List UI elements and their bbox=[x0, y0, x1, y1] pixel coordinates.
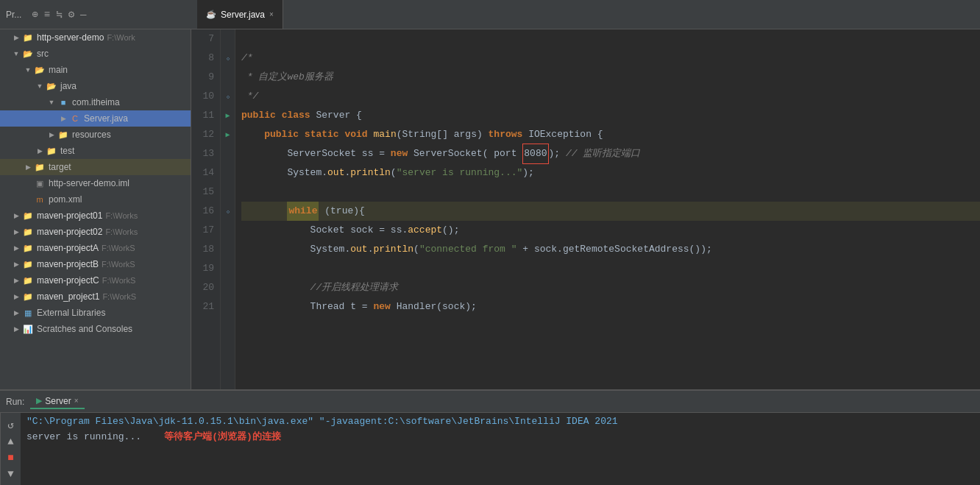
normal-token: Thread t = bbox=[241, 297, 373, 316]
sidebar-item-server-java[interactable]: ▶ C Server.java bbox=[0, 110, 191, 127]
run-label: Run: bbox=[6, 397, 24, 407]
settings-icon[interactable]: ⚙ bbox=[68, 8, 74, 21]
sidebar-item-maven-project01[interactable]: ▶ 📁 maven-project01 F:\Works bbox=[0, 208, 191, 224]
keyword-token: void bbox=[344, 125, 367, 144]
string-token: "connected from " bbox=[419, 240, 517, 259]
gutter-14 bbox=[221, 163, 235, 183]
normal-token: (true){ bbox=[319, 202, 364, 221]
sidebar-item-maven-project02[interactable]: ▶ 📁 maven-project02 F:\Works bbox=[0, 224, 191, 240]
sidebar-item-iml[interactable]: ▣ http-server-demo.iml bbox=[0, 175, 191, 191]
folder-icon: 📂 bbox=[46, 80, 57, 92]
arrow-icon: ▶ bbox=[12, 244, 21, 252]
run-arrow-icon[interactable]: ▶ bbox=[225, 111, 230, 120]
sidebar-item-maven-projectC[interactable]: ▶ 📁 maven-projectC F:\WorkS bbox=[0, 272, 191, 288]
tree-label: maven-projectB bbox=[37, 259, 99, 269]
minimize-icon[interactable]: — bbox=[80, 9, 86, 21]
run-bottom: ↺ ▲ ■ ▼ "C:\Program Files\Java\jdk-11.0.… bbox=[0, 413, 980, 485]
code-content[interactable]: /* * 自定义web服务器 */ public class Server { bbox=[235, 29, 980, 389]
normal-token: . bbox=[368, 240, 374, 259]
normal-token: Socket sock = ss. bbox=[241, 221, 408, 240]
nav-icon-1[interactable]: ⊕ bbox=[32, 8, 38, 21]
arrow-icon: ▶ bbox=[12, 308, 21, 317]
normal-token bbox=[241, 202, 287, 221]
tree-path: F:\WorkS bbox=[102, 292, 136, 301]
editor-tab-bar: ☕ Server.java × bbox=[197, 0, 974, 29]
arrow-icon bbox=[24, 179, 32, 188]
iml-icon: ▣ bbox=[34, 177, 46, 189]
sidebar-item-src[interactable]: ▼ 📂 src bbox=[0, 46, 191, 62]
sidebar-item-test[interactable]: ▶ 📁 test bbox=[0, 143, 191, 159]
normal-token: ServerSocket ss = bbox=[241, 144, 391, 163]
sidebar-item-external-libraries[interactable]: ▶ ▦ External Libraries bbox=[0, 305, 191, 321]
sidebar-item-maven-project1[interactable]: ▶ 📁 maven_project1 F:\WorkS bbox=[0, 288, 191, 305]
run-panel: Run: ▶ Server × ↺ ▲ ■ ▼ "C:\Program File… bbox=[0, 389, 980, 485]
comment-token: */ bbox=[241, 87, 258, 106]
sidebar-item-scratches[interactable]: ▶ 📊 Scratches and Consoles bbox=[0, 321, 191, 337]
sidebar-item-maven-projectA[interactable]: ▶ 📁 maven-projectA F:\WorkS bbox=[0, 240, 191, 256]
scroll-down-button[interactable]: ▼ bbox=[4, 468, 18, 480]
normal-token: (); bbox=[442, 221, 459, 240]
sidebar-item-java[interactable]: ▼ 📂 java bbox=[0, 78, 191, 94]
normal-token: ( bbox=[391, 163, 397, 183]
code-line-15 bbox=[241, 183, 980, 202]
sidebar-item-resources[interactable]: ▶ 📁 resources bbox=[0, 127, 191, 143]
stop-button[interactable]: ■ bbox=[4, 452, 18, 464]
arrow-icon bbox=[24, 195, 32, 204]
title-bar: Pr... ⊕ ≡ ≒ ⚙ — ☕ Server.java × bbox=[0, 0, 980, 29]
gutter-9 bbox=[221, 68, 235, 87]
keyword-token: throws bbox=[489, 125, 523, 144]
code-line-10: */ bbox=[241, 87, 980, 106]
sidebar-item-target[interactable]: ▶ 📁 target bbox=[0, 159, 191, 175]
normal-token: IOException { bbox=[522, 125, 603, 144]
line-numbers: 7 8 9 10 11 12 13 14 15 16 17 18 19 20 2… bbox=[191, 29, 221, 389]
sidebar-item-maven-projectB[interactable]: ▶ 📁 maven-projectB F:\WorkS bbox=[0, 256, 191, 272]
tree-label: maven_project1 bbox=[37, 291, 99, 302]
scroll-up-button[interactable]: ▲ bbox=[4, 436, 18, 447]
folder-icon: 📁 bbox=[22, 291, 34, 302]
code-line-11: public class Server { bbox=[241, 106, 980, 125]
folder-icon: 📂 bbox=[22, 48, 34, 60]
folder-icon: 📁 bbox=[57, 129, 69, 141]
method-token: println bbox=[373, 240, 413, 259]
line-num-19: 19 bbox=[197, 259, 214, 278]
line-num-10: 10 bbox=[197, 87, 214, 106]
line-num-15: 15 bbox=[197, 183, 214, 202]
code-line-20: //开启线程处理请求 bbox=[241, 278, 980, 297]
gutter-13 bbox=[221, 144, 235, 163]
method-token: main bbox=[374, 125, 397, 144]
library-icon: ▦ bbox=[22, 307, 34, 319]
normal-token: System. bbox=[241, 163, 327, 183]
rerun-button[interactable]: ↺ bbox=[4, 419, 18, 431]
tab-server-java[interactable]: ☕ Server.java × bbox=[197, 0, 283, 29]
tree-label: Server.java bbox=[84, 113, 128, 124]
bookmark-icon: ⬦ bbox=[226, 93, 230, 101]
tree-label: pom.xml bbox=[49, 194, 82, 205]
code-line-12: public static void main (String[] args) … bbox=[241, 125, 980, 144]
normal-token: Handler(sock); bbox=[391, 297, 477, 316]
string-token: "server is running..." bbox=[397, 163, 523, 183]
code-container[interactable]: 7 8 9 10 11 12 13 14 15 16 17 18 19 20 2… bbox=[191, 29, 980, 389]
tree-label: maven-projectA bbox=[37, 243, 99, 253]
tab-close-button[interactable]: × bbox=[269, 10, 274, 18]
sidebar-item-main[interactable]: ▼ 📂 main bbox=[0, 62, 191, 78]
project-tree: ▶ 📁 http-server-demo F:\Work ▼ 📂 src ▼ 📂… bbox=[0, 29, 191, 389]
nav-icon-3[interactable]: ≒ bbox=[56, 8, 62, 21]
run-tab-server[interactable]: ▶ Server × bbox=[30, 394, 84, 409]
sidebar-item-http-server-demo[interactable]: ▶ 📁 http-server-demo F:\Work bbox=[0, 29, 191, 46]
gutter-21 bbox=[221, 297, 235, 316]
folder-icon: 📁 bbox=[22, 226, 34, 238]
line-num-18: 18 bbox=[197, 240, 214, 259]
tree-label: maven-project01 bbox=[37, 210, 102, 221]
run-tab-close-button[interactable]: × bbox=[74, 397, 79, 405]
sidebar-item-pom[interactable]: m pom.xml bbox=[0, 191, 191, 208]
arrow-icon: ▶ bbox=[12, 33, 21, 42]
project-title: Pr... bbox=[6, 10, 21, 20]
run-arrow-icon[interactable]: ▶ bbox=[225, 130, 230, 139]
tree-label: maven-projectC bbox=[37, 275, 99, 286]
code-line-21: Thread t = new Handler(sock); bbox=[241, 297, 980, 316]
comment-token: // 监听指定端口 bbox=[566, 144, 640, 163]
run-output: "C:\Program Files\Java\jdk-11.0.15.1\bin… bbox=[21, 413, 980, 485]
gutter-18 bbox=[221, 240, 235, 259]
sidebar-item-com-itheima[interactable]: ▼ ■ com.itheima bbox=[0, 94, 191, 110]
nav-icon-2[interactable]: ≡ bbox=[44, 9, 50, 21]
